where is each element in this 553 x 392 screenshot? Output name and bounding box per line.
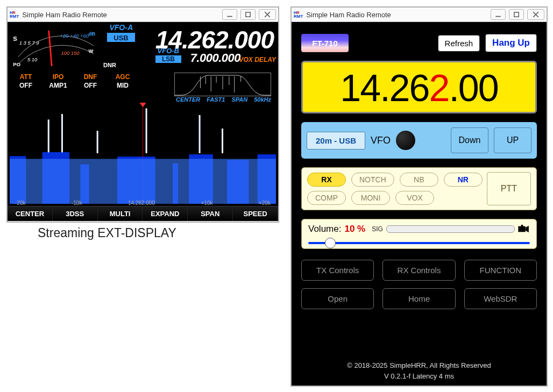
svg-rect-23 bbox=[97, 131, 98, 153]
svg-rect-40 bbox=[521, 225, 523, 227]
frequency-display[interactable]: 14.262.00 bbox=[301, 61, 537, 113]
freq-edit-digit: 2 bbox=[429, 67, 449, 109]
softkey-span[interactable]: SPAN bbox=[188, 206, 233, 221]
svg-marker-20 bbox=[139, 103, 146, 107]
freq-pre: 14.26 bbox=[340, 67, 429, 109]
control-window: HRRMT Simple Ham Radio Remote FT-710 Ref… bbox=[290, 6, 548, 387]
rx-controls-button[interactable]: RX Controls bbox=[382, 260, 455, 281]
freq-post: .00 bbox=[449, 67, 498, 109]
svg-text:5   10: 5 10 bbox=[27, 56, 38, 62]
svg-rect-35 bbox=[10, 159, 276, 204]
softkey-expand[interactable]: EXPAND bbox=[143, 206, 188, 221]
vfo-strip: 20m - USB VFO Down UP bbox=[301, 122, 537, 159]
vfo-a-label: VFO-A bbox=[109, 23, 133, 32]
window-title: Simple Ham Radio Remote bbox=[22, 11, 219, 19]
svg-text:dB: dB bbox=[89, 31, 96, 37]
ptt-button[interactable]: PTT bbox=[487, 172, 531, 205]
websdr-button[interactable]: WebSDR bbox=[464, 288, 537, 309]
maximize-icon[interactable] bbox=[509, 9, 524, 20]
vfo-b-label: VFO-B bbox=[158, 47, 179, 55]
filter-scope: CENTER FAST1 SPAN 50kHz bbox=[174, 73, 271, 103]
att-indicator: ATTOFF bbox=[10, 73, 42, 90]
s-meter: S 1 3 5 7 9 +20 +40 +60 dB PO 5 10 100 1… bbox=[10, 27, 101, 66]
vfo-a-mode: USB bbox=[107, 33, 135, 42]
window-title: Simple Ham Radio Remote bbox=[306, 11, 487, 19]
dsp-strip: RX NOTCH NB NR COMP MONI VOX PTT bbox=[301, 167, 537, 210]
softkey-speed[interactable]: SPEED bbox=[233, 206, 278, 221]
rx-toggle[interactable]: RX bbox=[307, 173, 346, 187]
close-icon[interactable] bbox=[259, 9, 276, 20]
tx-controls-button[interactable]: TX Controls bbox=[301, 260, 374, 281]
waterfall-spectrum bbox=[10, 103, 276, 204]
vox-delay-label: VOX DELAY bbox=[239, 56, 276, 63]
down-button[interactable]: Down bbox=[451, 127, 488, 153]
scope-center: CENTER bbox=[176, 96, 200, 103]
svg-text:100 150: 100 150 bbox=[61, 50, 80, 56]
top-bar: FT-710 Refresh Hang Up bbox=[301, 34, 537, 52]
softkey-3dss[interactable]: 3DSS bbox=[53, 206, 98, 221]
app-icon: HRRMT bbox=[10, 11, 19, 18]
svg-rect-21 bbox=[48, 119, 49, 153]
titlebar-left[interactable]: HRRMT Simple Ham Radio Remote bbox=[8, 8, 278, 22]
close-icon[interactable] bbox=[527, 9, 544, 20]
svg-rect-1 bbox=[246, 12, 250, 17]
svg-text:S: S bbox=[13, 35, 17, 42]
vfo-knob[interactable] bbox=[396, 131, 415, 150]
svg-line-10 bbox=[49, 31, 52, 66]
svg-text:1  3  5  7  9: 1 3 5 7 9 bbox=[19, 40, 40, 46]
scope-span-label: SPAN bbox=[231, 96, 247, 103]
softkey-row: CENTER 3DSS MULTI EXPAND SPAN SPEED bbox=[8, 206, 278, 221]
agc-indicator: AGCMID bbox=[107, 73, 139, 90]
softkey-center[interactable]: CENTER bbox=[8, 206, 53, 221]
vfo-b-mode: LSB bbox=[155, 55, 181, 63]
camera-icon[interactable] bbox=[518, 225, 530, 233]
radio-display: S 1 3 5 7 9 +20 +40 +60 dB PO 5 10 100 1… bbox=[8, 22, 278, 221]
dnr-indicator: DNR bbox=[103, 62, 116, 68]
scope-rate: FAST1 bbox=[207, 96, 225, 103]
app-icon: HRRMT bbox=[294, 11, 303, 18]
svg-rect-22 bbox=[61, 114, 63, 153]
radio-model-badge[interactable]: FT-710 bbox=[301, 34, 349, 52]
spectrum-x-scale: -20k-10k 14.262.000+10k +20k bbox=[15, 200, 271, 206]
signal-bar bbox=[386, 225, 515, 233]
vfo-b-frequency: 7.000.000 bbox=[190, 51, 240, 65]
stream-caption: Streaming EXT-DISPLAY bbox=[38, 226, 176, 240]
moni-toggle[interactable]: MONI bbox=[351, 191, 390, 205]
nb-toggle[interactable]: NB bbox=[400, 173, 438, 187]
minimize-icon[interactable] bbox=[222, 9, 237, 20]
svg-rect-24 bbox=[146, 108, 147, 153]
svg-marker-39 bbox=[526, 226, 529, 232]
up-button[interactable]: UP bbox=[494, 127, 531, 153]
footer: © 2018-2025 SimpleHRR, All Rights Reserv… bbox=[301, 360, 537, 381]
minimize-icon[interactable] bbox=[491, 9, 506, 20]
notch-toggle[interactable]: NOTCH bbox=[351, 173, 394, 187]
scope-span-value: 50kHz bbox=[254, 96, 271, 103]
function-button[interactable]: FUNCTION bbox=[464, 260, 537, 281]
svg-text:W: W bbox=[89, 48, 94, 54]
sig-label: SIG bbox=[372, 225, 383, 233]
band-mode-chip[interactable]: 20m - USB bbox=[307, 132, 365, 149]
ext-display-window: HRRMT Simple Ham Radio Remote S 1 3 5 7 … bbox=[6, 6, 279, 223]
version-line: V 0.2.1-f Latency 4 ms bbox=[301, 371, 537, 382]
vfo-label: VFO bbox=[371, 135, 391, 146]
home-button[interactable]: Home bbox=[382, 288, 455, 309]
volume-label: Volume: bbox=[308, 224, 341, 234]
svg-rect-38 bbox=[518, 226, 525, 232]
ipo-indicator: IPOAMP1 bbox=[42, 73, 74, 90]
titlebar-right[interactable]: HRRMT Simple Ham Radio Remote bbox=[292, 8, 547, 22]
vox-toggle[interactable]: VOX bbox=[395, 191, 434, 205]
svg-rect-25 bbox=[199, 115, 201, 153]
comp-toggle[interactable]: COMP bbox=[307, 191, 346, 205]
softkey-multi[interactable]: MULTI bbox=[98, 206, 143, 221]
hangup-button[interactable]: Hang Up bbox=[485, 34, 537, 52]
svg-text:+20 +40 +60: +20 +40 +60 bbox=[60, 33, 89, 39]
volume-slider[interactable] bbox=[308, 242, 530, 244]
open-button[interactable]: Open bbox=[301, 288, 374, 309]
copyright: © 2018-2025 SimpleHRR, All Rights Reserv… bbox=[301, 360, 537, 371]
nr-toggle[interactable]: NR bbox=[444, 173, 483, 187]
svg-text:PO: PO bbox=[13, 61, 20, 66]
dnf-indicator: DNFOFF bbox=[74, 73, 107, 90]
maximize-icon[interactable] bbox=[240, 9, 256, 20]
refresh-button[interactable]: Refresh bbox=[438, 35, 480, 52]
svg-rect-26 bbox=[222, 129, 223, 153]
